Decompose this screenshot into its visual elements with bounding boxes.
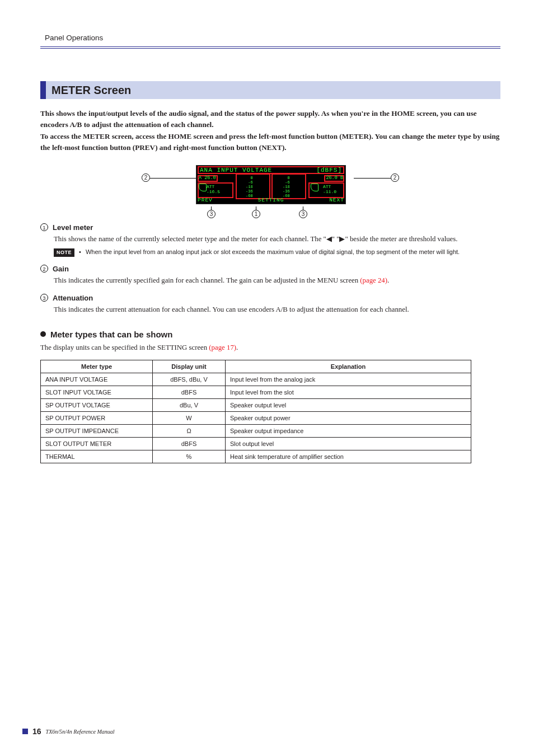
callout-3-right: 3 [299,210,307,218]
subsection-head: Meter types that can be shown [40,330,500,339]
item-level-meter: 1 Level meter This shows the name of the… [40,223,500,257]
item-number: 3 [40,294,48,302]
softkey-setting: SETTING [258,197,284,203]
meter-scale-a: 0 -6 -18 -36 -60 [246,176,253,198]
col-display-unit: Display unit [153,360,226,373]
doc-title: TX6n/5n/4n Reference Manual [46,729,115,735]
figure-wrap: 2 2 ANA INPUT VOLTAGE [dBFS] A 26.0 26.0… [40,165,500,204]
note-bullet: • [79,248,81,256]
item-body: This indicates the currently specified g… [40,275,500,286]
section-title: METER Screen [46,81,131,99]
knob-icon [199,184,207,191]
gain-b: 26.0 B [326,176,343,181]
table-row: SP OUTPUT IMPEDANCEΩSpeaker output imped… [41,424,471,437]
cell-explanation: Slot output level [226,437,471,450]
note-row: NOTE • When the input level from an anal… [40,248,500,257]
note-badge: NOTE [54,248,74,257]
cell-explanation: Speaker output power [226,411,471,424]
callout-2-right: 2 [391,173,399,182]
cell-meter-type: SP OUTPUT POWER [41,411,153,424]
meter-scale-b: 0 -6 -18 -36 -60 [283,176,290,198]
softkey-prev: PREV [198,197,213,203]
cell-meter-type: SLOT INPUT VOLTAGE [41,386,153,398]
item-title: Level meter [53,223,93,232]
col-explanation: Explanation [226,360,471,373]
cell-display-unit: dBFS [153,437,226,450]
section-title-bar: METER Screen [40,81,500,99]
cell-explanation: Speaker output level [226,398,471,411]
item-number: 2 [40,265,48,273]
table-row: SP OUTPUT POWERWSpeaker output power [41,411,471,424]
callout-line [150,178,197,179]
page-link[interactable]: (page 17) [209,344,236,351]
page-link[interactable]: (page 24) [360,276,387,284]
meter-screen: ANA INPUT VOLTAGE [dBFS] A 26.0 26.0 B A… [196,165,346,204]
att-a: ATT-16.5 [207,184,220,194]
item-body: This indicates the current attenuation f… [40,304,500,315]
gain-a: A 26.0 [199,176,216,181]
note-text: When the input level from an analog inpu… [86,248,460,256]
header-rule [40,46,500,49]
item-title: Gain [53,265,69,273]
item-body: This shows the name of the currently sel… [40,234,500,245]
col-meter-type: Meter type [41,360,153,373]
cell-display-unit: dBu, V [153,398,226,411]
figure: 2 2 ANA INPUT VOLTAGE [dBFS] A 26.0 26.0… [150,165,391,204]
softkey-next: NEXT [329,197,344,203]
cell-explanation: Input level from the slot [226,386,471,398]
cell-meter-type: SLOT OUTPUT METER [41,437,153,450]
cell-display-unit: dBFS, dBu, V [153,373,226,386]
cell-meter-type: ANA INPUT VOLTAGE [41,373,153,386]
table-header-row: Meter type Display unit Explanation [41,360,471,373]
title-accent [40,81,46,99]
cell-meter-type: THERMAL [41,450,153,463]
page-number: 16 [32,727,41,736]
highlight-box [198,166,344,174]
callout-3-left: 3 [207,210,216,218]
running-head: Panel Operations [40,34,500,42]
item-gain: 2 Gain This indicates the currently spec… [40,265,500,286]
table-row: SP OUTPUT VOLTAGEdBu, VSpeaker output le… [41,398,471,411]
cell-display-unit: % [153,450,226,463]
subsection-title: Meter types that can be shown [50,330,172,339]
subsection-intro: The display units can be specified in th… [40,344,500,352]
cell-meter-type: SP OUTPUT VOLTAGE [41,398,153,411]
cell-explanation: Input level from the analog jack [226,373,471,386]
table-row: SLOT OUTPUT METERdBFSSlot output level [41,437,471,450]
table-row: THERMAL%Heat sink temperature of amplifi… [41,450,471,463]
footer-square-icon [22,729,28,734]
table-row: ANA INPUT VOLTAGEdBFS, dBu, VInput level… [41,373,471,386]
item-title: Attenuation [53,294,93,302]
highlight-box [236,173,270,199]
intro-paragraph: This shows the input/output levels of th… [40,108,500,154]
knob-icon [311,184,318,191]
att-b: ATT-11.0 [323,184,336,194]
item-number: 1 [40,223,48,231]
cell-display-unit: W [153,411,226,424]
meter-types-table: Meter type Display unit Explanation ANA … [40,360,471,463]
callout-2-left: 2 [142,173,150,182]
table-row: SLOT INPUT VOLTAGEdBFSInput level from t… [41,386,471,398]
softkeys: PREV SETTING NEXT [198,197,344,203]
item-attenuation: 3 Attenuation This indicates the current… [40,294,500,315]
cell-display-unit: Ω [153,424,226,437]
callout-line [354,178,391,179]
bullet-icon [40,331,46,337]
cell-explanation: Heat sink temperature of amplifier secti… [226,450,471,463]
callout-1: 1 [252,210,260,218]
cell-explanation: Speaker output impedance [226,424,471,437]
page-footer: 16 TX6n/5n/4n Reference Manual [22,727,115,736]
cell-meter-type: SP OUTPUT IMPEDANCE [41,424,153,437]
cell-display-unit: dBFS [153,386,226,398]
